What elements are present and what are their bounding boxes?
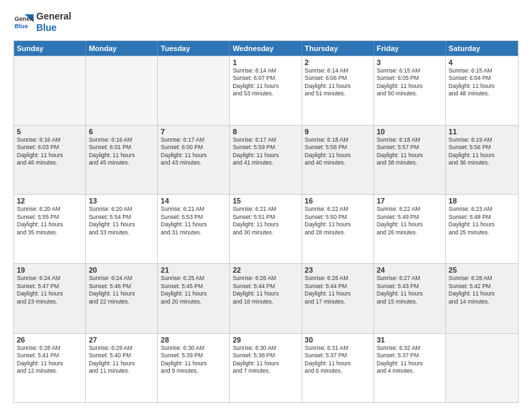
cal-cell-26: 26Sunrise: 6:28 AM Sunset: 5:41 PM Dayli… — [14, 334, 86, 402]
day-number: 25 — [449, 266, 515, 274]
cell-text: Sunrise: 6:31 AM Sunset: 5:37 PM Dayligh… — [305, 345, 371, 375]
cal-cell-5: 5Sunrise: 6:16 AM Sunset: 6:03 PM Daylig… — [14, 126, 86, 194]
day-number: 14 — [161, 197, 226, 205]
cal-cell-22: 22Sunrise: 6:26 AM Sunset: 5:44 PM Dayli… — [230, 264, 302, 332]
cal-cell-24: 24Sunrise: 6:27 AM Sunset: 5:43 PM Dayli… — [374, 264, 446, 332]
cell-text: Sunrise: 6:23 AM Sunset: 5:48 PM Dayligh… — [449, 205, 515, 236]
day-number: 6 — [89, 128, 154, 136]
cell-text: Sunrise: 6:16 AM Sunset: 6:03 PM Dayligh… — [17, 136, 83, 167]
day-header-thursday: Thursday — [302, 41, 374, 56]
cal-cell-13: 13Sunrise: 6:20 AM Sunset: 5:54 PM Dayli… — [86, 195, 158, 263]
cal-cell-empty-0-1 — [86, 56, 158, 125]
day-number: 29 — [232, 336, 298, 344]
day-number: 31 — [377, 336, 443, 344]
day-number: 11 — [449, 128, 515, 136]
day-number: 24 — [377, 266, 443, 274]
cal-cell-8: 8Sunrise: 6:17 AM Sunset: 5:59 PM Daylig… — [230, 126, 302, 194]
cell-text: Sunrise: 6:17 AM Sunset: 5:59 PM Dayligh… — [232, 136, 298, 167]
day-header-tuesday: Tuesday — [158, 41, 230, 56]
cell-text: Sunrise: 6:15 AM Sunset: 6:05 PM Dayligh… — [377, 67, 443, 98]
day-header-monday: Monday — [86, 41, 158, 56]
day-number: 22 — [232, 266, 298, 274]
cal-cell-28: 28Sunrise: 6:30 AM Sunset: 5:39 PM Dayli… — [158, 334, 230, 402]
cell-text: Sunrise: 6:22 AM Sunset: 5:50 PM Dayligh… — [305, 205, 371, 236]
day-number: 13 — [89, 197, 154, 205]
cal-cell-25: 25Sunrise: 6:28 AM Sunset: 5:42 PM Dayli… — [446, 264, 518, 332]
cal-cell-4: 4Sunrise: 6:15 AM Sunset: 6:04 PM Daylig… — [446, 56, 518, 125]
logo: General Blue General Blue — [13, 11, 71, 34]
cal-cell-29: 29Sunrise: 6:30 AM Sunset: 5:38 PM Dayli… — [230, 334, 302, 402]
cal-cell-14: 14Sunrise: 6:21 AM Sunset: 5:53 PM Dayli… — [158, 195, 230, 263]
day-number: 18 — [449, 197, 515, 205]
calendar-body: 1Sunrise: 6:14 AM Sunset: 6:07 PM Daylig… — [14, 56, 518, 402]
cell-text: Sunrise: 6:21 AM Sunset: 5:51 PM Dayligh… — [232, 205, 298, 236]
cell-text: Sunrise: 6:24 AM Sunset: 5:46 PM Dayligh… — [89, 275, 154, 306]
day-header-friday: Friday — [374, 41, 446, 56]
cell-text: Sunrise: 6:27 AM Sunset: 5:43 PM Dayligh… — [377, 275, 443, 306]
cell-text: Sunrise: 6:20 AM Sunset: 5:55 PM Dayligh… — [17, 205, 83, 236]
logo-general: General — [36, 11, 71, 22]
calendar-header: SundayMondayTuesdayWednesdayThursdayFrid… — [14, 41, 518, 56]
day-number: 15 — [232, 197, 298, 205]
day-number: 9 — [305, 128, 371, 136]
week-row-2: 12Sunrise: 6:20 AM Sunset: 5:55 PM Dayli… — [14, 194, 518, 263]
cell-text: Sunrise: 6:24 AM Sunset: 5:47 PM Dayligh… — [17, 275, 83, 306]
day-number: 5 — [17, 128, 83, 136]
cell-text: Sunrise: 6:21 AM Sunset: 5:53 PM Dayligh… — [161, 205, 226, 236]
day-number: 23 — [305, 266, 371, 274]
day-number: 28 — [161, 336, 226, 344]
cal-cell-11: 11Sunrise: 6:19 AM Sunset: 5:56 PM Dayli… — [446, 126, 518, 194]
svg-text:Blue: Blue — [15, 23, 28, 30]
day-number: 21 — [161, 266, 226, 274]
cell-text: Sunrise: 6:29 AM Sunset: 5:40 PM Dayligh… — [89, 345, 154, 375]
cell-text: Sunrise: 6:18 AM Sunset: 5:58 PM Dayligh… — [305, 136, 371, 167]
cell-text: Sunrise: 6:22 AM Sunset: 5:49 PM Dayligh… — [377, 205, 443, 236]
cell-text: Sunrise: 6:26 AM Sunset: 5:44 PM Dayligh… — [232, 275, 298, 306]
cal-cell-12: 12Sunrise: 6:20 AM Sunset: 5:55 PM Dayli… — [14, 195, 86, 263]
cell-text: Sunrise: 6:14 AM Sunset: 6:06 PM Dayligh… — [305, 67, 371, 98]
day-header-saturday: Saturday — [446, 41, 518, 56]
week-row-4: 26Sunrise: 6:28 AM Sunset: 5:41 PM Dayli… — [14, 333, 518, 402]
cal-cell-23: 23Sunrise: 6:26 AM Sunset: 5:44 PM Dayli… — [302, 264, 374, 332]
cell-text: Sunrise: 6:26 AM Sunset: 5:44 PM Dayligh… — [305, 275, 371, 306]
cell-text: Sunrise: 6:25 AM Sunset: 5:45 PM Dayligh… — [161, 275, 226, 306]
logo-icon: General Blue — [13, 12, 34, 32]
cal-cell-empty-0-2 — [158, 56, 230, 125]
cell-text: Sunrise: 6:30 AM Sunset: 5:39 PM Dayligh… — [161, 345, 226, 375]
cal-cell-6: 6Sunrise: 6:16 AM Sunset: 6:01 PM Daylig… — [86, 126, 158, 194]
week-row-3: 19Sunrise: 6:24 AM Sunset: 5:47 PM Dayli… — [14, 263, 518, 332]
cal-cell-27: 27Sunrise: 6:29 AM Sunset: 5:40 PM Dayli… — [86, 334, 158, 402]
day-number: 20 — [89, 266, 154, 274]
cal-cell-17: 17Sunrise: 6:22 AM Sunset: 5:49 PM Dayli… — [374, 195, 446, 263]
day-header-wednesday: Wednesday — [230, 41, 302, 56]
logo-blue: Blue — [36, 22, 71, 34]
day-number: 3 — [377, 58, 443, 66]
cal-cell-21: 21Sunrise: 6:25 AM Sunset: 5:45 PM Dayli… — [158, 264, 230, 332]
cell-text: Sunrise: 6:17 AM Sunset: 6:00 PM Dayligh… — [161, 136, 226, 167]
cal-cell-10: 10Sunrise: 6:18 AM Sunset: 5:57 PM Dayli… — [374, 126, 446, 194]
day-number: 26 — [17, 336, 83, 344]
cell-text: Sunrise: 6:19 AM Sunset: 5:56 PM Dayligh… — [449, 136, 515, 167]
cal-cell-empty-0-0 — [14, 56, 86, 125]
day-number: 30 — [305, 336, 371, 344]
cell-text: Sunrise: 6:16 AM Sunset: 6:01 PM Dayligh… — [89, 136, 154, 167]
day-number: 19 — [17, 266, 83, 274]
cell-text: Sunrise: 6:20 AM Sunset: 5:54 PM Dayligh… — [89, 205, 154, 236]
cell-text: Sunrise: 6:18 AM Sunset: 5:57 PM Dayligh… — [377, 136, 443, 167]
cal-cell-31: 31Sunrise: 6:32 AM Sunset: 5:37 PM Dayli… — [374, 334, 446, 402]
calendar: SundayMondayTuesdayWednesdayThursdayFrid… — [13, 40, 519, 403]
cal-cell-19: 19Sunrise: 6:24 AM Sunset: 5:47 PM Dayli… — [14, 264, 86, 332]
cal-cell-30: 30Sunrise: 6:31 AM Sunset: 5:37 PM Dayli… — [302, 334, 374, 402]
cal-cell-16: 16Sunrise: 6:22 AM Sunset: 5:50 PM Dayli… — [302, 195, 374, 263]
cell-text: Sunrise: 6:32 AM Sunset: 5:37 PM Dayligh… — [377, 345, 443, 375]
cell-text: Sunrise: 6:28 AM Sunset: 5:41 PM Dayligh… — [17, 345, 83, 375]
cell-text: Sunrise: 6:30 AM Sunset: 5:38 PM Dayligh… — [232, 345, 298, 375]
cell-text: Sunrise: 6:28 AM Sunset: 5:42 PM Dayligh… — [449, 275, 515, 306]
cell-text: Sunrise: 6:14 AM Sunset: 6:07 PM Dayligh… — [232, 67, 298, 98]
page: General Blue General Blue SundayMondayTu… — [0, 0, 532, 411]
week-row-1: 5Sunrise: 6:16 AM Sunset: 6:03 PM Daylig… — [14, 125, 518, 194]
day-number: 2 — [305, 58, 371, 66]
cal-cell-1: 1Sunrise: 6:14 AM Sunset: 6:07 PM Daylig… — [230, 56, 302, 125]
day-number: 12 — [17, 197, 83, 205]
cal-cell-15: 15Sunrise: 6:21 AM Sunset: 5:51 PM Dayli… — [230, 195, 302, 263]
